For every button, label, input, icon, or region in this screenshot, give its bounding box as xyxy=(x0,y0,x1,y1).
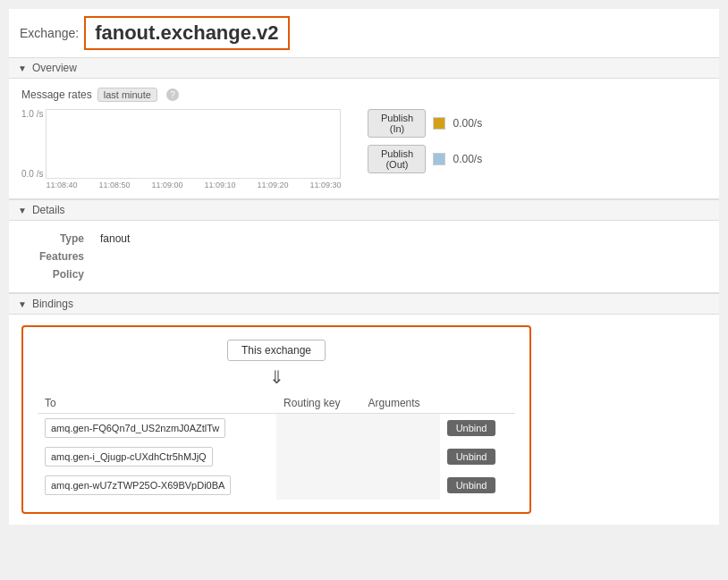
col-to: To xyxy=(38,393,276,414)
details-value-features xyxy=(93,248,707,265)
details-section-title: Details xyxy=(32,204,65,216)
details-row-type: Type fanout xyxy=(21,230,707,248)
message-rates-row: Message rates last minute ? xyxy=(21,88,707,102)
binding-row-0: amq.gen-FQ6Qn7d_US2nzmJ0AZtlTw Unbind xyxy=(38,414,515,443)
routing-key-0 xyxy=(276,414,360,443)
chart-canvas-area: 11:08:40 11:08:50 11:09:00 11:09:10 11:0… xyxy=(46,109,341,189)
page-container: Exchange: fanout.exchange.v2 ▼ Overview … xyxy=(9,9,719,525)
unbind-cell-2: Unbind xyxy=(440,471,515,500)
down-arrow: ⇓ xyxy=(38,366,515,388)
publish-in-color xyxy=(433,117,445,130)
details-collapse-arrow: ▼ xyxy=(18,206,27,215)
arguments-0 xyxy=(361,414,440,443)
x-label-3: 11:09:10 xyxy=(204,181,235,189)
binding-name-cell-1: amq.gen-i_Qjugp-cUXdhCtr5hMJjQ xyxy=(38,442,276,471)
arguments-2 xyxy=(361,471,440,500)
unbind-cell-1: Unbind xyxy=(440,442,515,471)
col-arguments: Arguments xyxy=(361,393,440,414)
chart-x-labels: 11:08:40 11:08:50 11:09:00 11:09:10 11:0… xyxy=(46,181,341,189)
chart-box xyxy=(46,109,341,179)
unbind-button-2[interactable]: Unbind xyxy=(447,477,496,493)
this-exchange-container: This exchange xyxy=(38,340,515,361)
overview-body: Message rates last minute ? 1.0 /s 0.0 /… xyxy=(9,79,719,198)
publish-in-btn[interactable]: Publish(In) xyxy=(368,109,426,138)
routing-key-2 xyxy=(276,471,360,500)
overview-section-header[interactable]: ▼ Overview xyxy=(9,57,719,79)
binding-name-0: amq.gen-FQ6Qn7d_US2nzmJ0AZtlTw xyxy=(45,418,225,438)
x-label-0: 11:08:40 xyxy=(46,181,77,189)
help-icon[interactable]: ? xyxy=(166,88,179,101)
message-rates-label: Message rates xyxy=(21,88,92,101)
x-label-2: 11:09:00 xyxy=(151,181,182,189)
binding-name-1: amq.gen-i_Qjugp-cUXdhCtr5hMJjQ xyxy=(45,447,213,467)
this-exchange-button[interactable]: This exchange xyxy=(227,340,326,361)
unbind-button-1[interactable]: Unbind xyxy=(447,449,496,465)
publish-in-rate: 0.00/s xyxy=(453,117,482,130)
arguments-1 xyxy=(361,442,440,471)
bindings-section-header[interactable]: ▼ Bindings xyxy=(9,293,719,315)
details-body: Type fanout Features Policy xyxy=(9,221,719,292)
exchange-label: Exchange: xyxy=(20,26,79,40)
binding-name-cell-2: amq.gen-wU7zTWP25O-X69BVpDi0BA xyxy=(38,471,276,500)
x-label-5: 11:09:30 xyxy=(309,181,341,189)
bindings-section-title: Bindings xyxy=(32,298,73,310)
details-section-header[interactable]: ▼ Details xyxy=(9,199,719,221)
binding-row-1: amq.gen-i_Qjugp-cUXdhCtr5hMJjQ Unbind xyxy=(38,442,515,471)
overview-section-title: Overview xyxy=(32,62,77,74)
y-min-label: 0.0 /s xyxy=(21,169,43,179)
exchange-title-bar: Exchange: fanout.exchange.v2 xyxy=(9,9,719,57)
y-max-label: 1.0 /s xyxy=(21,109,43,119)
exchange-name: fanout.exchange.v2 xyxy=(84,16,289,50)
details-row-features: Features xyxy=(21,248,707,265)
chart-wrapper: 1.0 /s 0.0 /s 11:08:40 11:08:50 11:09:00… xyxy=(21,109,341,189)
bindings-outer-box: This exchange ⇓ To Routing key Arguments xyxy=(21,325,531,514)
publish-out-color xyxy=(433,153,445,165)
chart-y-axis: 1.0 /s 0.0 /s xyxy=(21,109,43,179)
details-label-type: Type xyxy=(21,230,93,248)
publish-out-rate: 0.00/s xyxy=(453,153,482,165)
chart-area: 1.0 /s 0.0 /s 11:08:40 11:08:50 11:09:00… xyxy=(21,109,707,189)
details-label-features: Features xyxy=(21,248,93,265)
details-table: Type fanout Features Policy xyxy=(21,230,707,283)
x-label-1: 11:08:50 xyxy=(98,181,130,189)
time-range-badge[interactable]: last minute xyxy=(97,88,157,102)
bindings-table: To Routing key Arguments amq.gen-FQ6Qn7d… xyxy=(38,393,515,500)
col-actions xyxy=(440,393,515,414)
details-label-policy: Policy xyxy=(21,265,93,283)
bindings-table-header-row: To Routing key Arguments xyxy=(38,393,515,414)
bindings-body: This exchange ⇓ To Routing key Arguments xyxy=(9,315,719,525)
legend-row-0: Publish(In) 0.00/s xyxy=(368,109,482,138)
bindings-collapse-arrow: ▼ xyxy=(18,299,27,309)
legend-row-1: Publish(Out) 0.00/s xyxy=(368,145,482,173)
binding-name-2: amq.gen-wU7zTWP25O-X69BVpDi0BA xyxy=(45,475,231,495)
details-value-policy xyxy=(93,265,707,283)
x-label-4: 11:09:20 xyxy=(257,181,288,189)
unbind-cell-0: Unbind xyxy=(440,414,515,443)
binding-row-2: amq.gen-wU7zTWP25O-X69BVpDi0BA Unbind xyxy=(38,471,515,500)
details-value-type: fanout xyxy=(93,230,707,248)
col-routing-key: Routing key xyxy=(276,393,360,414)
overview-collapse-arrow: ▼ xyxy=(18,63,27,73)
chart-legend: Publish(In) 0.00/s Publish(Out) 0.00/s xyxy=(368,109,482,173)
details-row-policy: Policy xyxy=(21,265,707,283)
publish-out-btn[interactable]: Publish(Out) xyxy=(368,145,426,173)
routing-key-1 xyxy=(276,442,360,471)
unbind-button-0[interactable]: Unbind xyxy=(447,420,496,436)
binding-name-cell-0: amq.gen-FQ6Qn7d_US2nzmJ0AZtlTw xyxy=(38,414,276,443)
